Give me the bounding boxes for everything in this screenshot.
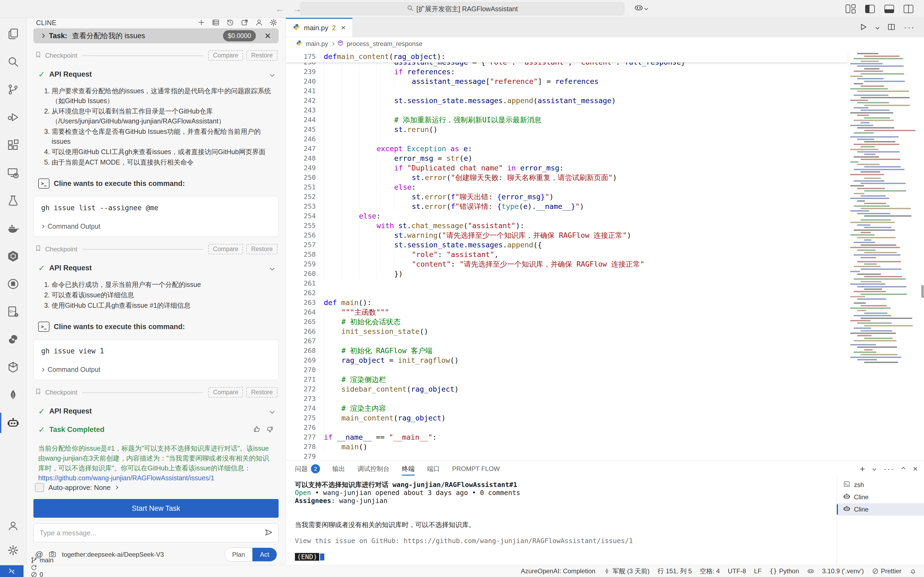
encoding[interactable]: UTF-8 (728, 567, 746, 575)
history-icon[interactable] (226, 18, 234, 27)
customize-layout-icon[interactable] (846, 4, 856, 13)
auto-approve-row[interactable]: Auto-approve: None (35, 483, 277, 492)
extensions-icon[interactable] (0, 131, 26, 159)
chevron-down-icon (645, 6, 648, 10)
indent-setting[interactable]: 空格: 4 (700, 567, 720, 575)
run-python-icon[interactable] (859, 23, 867, 32)
github-icon[interactable] (0, 270, 26, 298)
compare-button[interactable]: Compare (208, 244, 243, 254)
chevron-down-icon[interactable] (872, 467, 876, 471)
open-in-editor-icon[interactable] (241, 18, 249, 27)
model-selector[interactable]: together:deepseek-ai/DeepSeek-V3 (62, 551, 164, 558)
source-control-icon[interactable] (0, 76, 26, 103)
remote-indicator[interactable] (0, 565, 24, 577)
close-task-icon[interactable]: ✕ (265, 31, 271, 40)
panel-tab-端口[interactable]: 端口 (427, 461, 440, 477)
toggle-primary-sidebar-icon[interactable] (865, 5, 875, 13)
chevron-up-icon[interactable] (901, 467, 905, 471)
command-output-toggle[interactable]: Command Output (41, 222, 271, 230)
task-header[interactable]: Task: 查看分配给我的 issues $0.0000 ✕ (34, 28, 279, 43)
server-rack-icon[interactable] (212, 18, 220, 27)
testing-icon[interactable] (0, 187, 26, 214)
error-count[interactable]: 0 (31, 571, 53, 577)
explorer-icon[interactable] (0, 20, 26, 48)
compare-button[interactable]: Compare (208, 50, 243, 61)
swirl-extension-icon[interactable] (0, 326, 26, 353)
ellipsis-icon[interactable]: ··· (884, 464, 894, 473)
account-icon[interactable] (255, 18, 263, 27)
kubernetes-icon[interactable] (0, 242, 26, 270)
toggle-secondary-sidebar-icon[interactable] (904, 5, 913, 13)
auto-approve-checkbox[interactable] (35, 483, 44, 492)
cursor-position[interactable]: 行 151, 列 5 (658, 567, 692, 575)
send-icon[interactable] (265, 528, 273, 538)
run-dropdown-icon[interactable] (876, 25, 879, 29)
prettier-status[interactable]: Prettier (872, 567, 901, 575)
code-line-275: 275main_content(rag_object) (286, 413, 924, 423)
terminal-instance-Cline[interactable]: Cline (837, 503, 924, 516)
plan-mode-button[interactable]: Plan (225, 548, 252, 561)
settings-gear-icon[interactable] (0, 538, 26, 562)
terminal-instance-Cline[interactable]: Cline (837, 491, 924, 503)
python-interpreter[interactable]: 3.10.9 ('.venv') (822, 567, 864, 575)
restore-button[interactable]: Restore (246, 50, 278, 61)
panel-tab-问题[interactable]: 问题2 (295, 461, 320, 477)
close-icon[interactable]: × (913, 464, 918, 473)
search-icon[interactable] (0, 48, 26, 76)
docker-icon[interactable] (0, 214, 26, 242)
account-icon[interactable] (0, 513, 26, 538)
remote-explorer-icon[interactable] (0, 159, 26, 187)
terminal-output[interactable]: 可以支持不选择知识库进行对话 wang-junjian/RAGFlowAssis… (286, 477, 837, 565)
plus-icon[interactable]: + (860, 464, 865, 474)
copilot-status[interactable] (807, 568, 814, 575)
command-output-toggle[interactable]: Command Output (41, 366, 271, 374)
chevron-right-icon (115, 486, 118, 489)
last-commit[interactable]: 军舰 (3 天前) (603, 567, 650, 575)
api-request-2-header[interactable]: ✓ API Request (38, 263, 274, 273)
close-icon[interactable]: × (341, 24, 346, 32)
thumbs-down-icon[interactable] (266, 425, 274, 434)
editor-scrollbar[interactable] (921, 285, 924, 298)
restore-button[interactable]: Restore (246, 387, 278, 398)
terminal-instance-zsh[interactable]: zsh (837, 479, 924, 491)
thumbs-up-icon[interactable] (253, 425, 261, 434)
cpp-tools-icon[interactable]: C++ (0, 298, 26, 326)
copilot-menu[interactable] (634, 3, 648, 13)
run-debug-icon[interactable] (0, 103, 26, 131)
start-new-task-button[interactable]: Start New Task (34, 499, 279, 518)
git-sync[interactable] (31, 564, 53, 571)
toggle-panel-icon[interactable] (884, 5, 894, 13)
breadcrumb-symbol[interactable]: process_stream_response (347, 40, 422, 48)
panel-tab-终端[interactable]: 终端 (402, 461, 415, 477)
mongodb-icon[interactable] (0, 381, 26, 409)
eol[interactable]: LF (754, 567, 761, 575)
settings-gear-icon[interactable] (270, 18, 278, 27)
git-branch[interactable]: main (31, 556, 53, 564)
api-request-3-header[interactable]: ✓ API Request (38, 406, 274, 416)
cline-icon[interactable] (0, 409, 26, 437)
panel-tab-输出[interactable]: 输出 (332, 461, 345, 477)
message-input[interactable] (39, 529, 261, 537)
split-editor-icon[interactable] (887, 23, 895, 32)
language-mode[interactable]: {}Python (769, 567, 799, 575)
restore-button[interactable]: Restore (246, 244, 278, 254)
issue-link[interactable]: https://github.com/wang-junjian/RAGFlowA… (38, 474, 215, 482)
compare-button[interactable]: Compare (208, 387, 243, 398)
package-icon[interactable] (0, 353, 26, 381)
panel-tab-调试控制台[interactable]: 调试控制台 (357, 461, 389, 477)
code-editor[interactable]: 238assistant_message = {"role": "assista… (286, 50, 924, 460)
plus-icon[interactable] (197, 18, 205, 27)
minimap[interactable] (850, 52, 921, 460)
breadcrumb-file[interactable]: main.py (305, 40, 328, 48)
panel-tab-PROMPT FLOW[interactable]: PROMPT FLOW (452, 461, 500, 477)
nav-back-icon[interactable]: ← (275, 4, 284, 14)
azure-openai-status[interactable]: AzureOpenAI: Completion (521, 567, 595, 575)
notifications[interactable] (909, 568, 916, 575)
more-actions-icon[interactable]: ··· (904, 23, 915, 32)
act-mode-button[interactable]: Act (252, 548, 277, 561)
command-center-search[interactable]: [扩展开发宿主] RAGFlowAssistant (300, 2, 624, 15)
tab-main-py[interactable]: main.py 2 × (286, 18, 353, 37)
svg-text:C++: C++ (10, 309, 16, 313)
api-request-1-header[interactable]: ✓ API Request (38, 70, 274, 79)
activity-bar: C++ (0, 18, 26, 565)
